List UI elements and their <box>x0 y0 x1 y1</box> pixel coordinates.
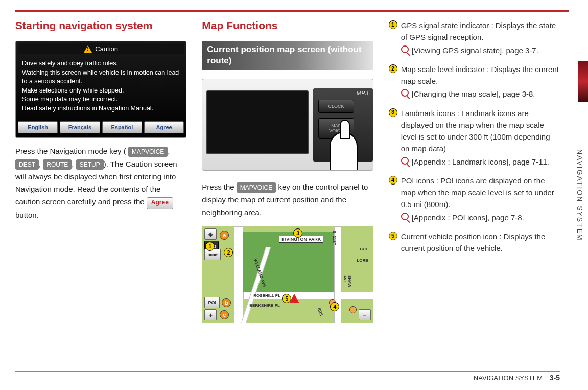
legend-item-3: 3 Landmark icons : Landmark icons are di… <box>389 107 560 168</box>
agree-screen-button[interactable]: Agree <box>144 121 184 133</box>
poi-button[interactable]: POI <box>204 297 220 308</box>
street-rosehill: ROSEHILL PL <box>253 293 280 298</box>
street-shaw: SHAW AVE <box>343 275 352 295</box>
callout-2: 2 <box>224 248 233 257</box>
lang-espanol-button[interactable]: Español <box>102 121 142 133</box>
scale-indicator: 300ft <box>204 249 221 260</box>
legend-num-4: 4 <box>389 176 397 185</box>
street-buf: BUF <box>360 247 368 251</box>
legend-item-4: 4 POI icons : POI icons are displayed on… <box>389 175 560 223</box>
legend-num-5: 5 <box>389 232 397 240</box>
legend-ref-text-2: [Changing the map scale], page 3-8. <box>412 88 535 100</box>
column-starting-navigation: Starting navigation system Caution Drive… <box>15 19 186 367</box>
mapvoice-key: MAPVOICE <box>128 147 168 157</box>
page-body: Starting navigation system Caution Drive… <box>15 19 560 367</box>
heading-map-functions: Map Functions <box>202 19 373 32</box>
mp3-label: MP3 <box>357 90 369 96</box>
column-map-functions: Map Functions Current position map scree… <box>202 19 373 367</box>
street-s21st: S. 21ST <box>332 231 337 245</box>
legend-text-5: Current vehicle position icon : Displays… <box>401 232 546 253</box>
caution-title: Caution <box>95 45 118 53</box>
legend-text-1: GPS signal state indicator : Displays th… <box>401 21 556 41</box>
magnifier-icon <box>401 89 409 97</box>
caution-body-text: Drive safely and obey traffic rules. Wat… <box>18 54 184 120</box>
p1-post: button. <box>15 211 39 219</box>
side-tab: NAVIGATION SYSTEM <box>572 15 588 375</box>
magnifier-icon <box>401 45 409 53</box>
legend-ref-text-3: [Appendix : Landmark icons], page 7-11. <box>412 156 549 168</box>
footer-section: NAVIGATION SYSTEM <box>474 374 543 382</box>
footer-page-number: 3-5 <box>550 374 560 382</box>
legend-item-1: 1 GPS signal state indicator : Displays … <box>389 19 560 56</box>
clock-key[interactable]: CLOCK <box>318 100 354 113</box>
legend-item-5: 5 Current vehicle position icon : Displa… <box>389 231 560 255</box>
top-red-rule <box>15 10 569 12</box>
callout-c: c <box>220 310 229 319</box>
legend-ref-3: [Appendix : Landmark icons], page 7-11. <box>401 156 560 168</box>
heading-starting-navigation: Starting navigation system <box>15 19 186 32</box>
legend-ref-1: [Viewing GPS signal state], page 3-7. <box>401 44 560 56</box>
legend-num-1: 1 <box>389 20 397 29</box>
caution-button-row: English Français Español Agree <box>18 120 184 135</box>
lang-francais-button[interactable]: Français <box>60 121 100 133</box>
poi-icon-2 <box>349 306 357 313</box>
magnifier-icon <box>401 157 409 165</box>
legend-ref-2: [Changing the map scale], page 3-8. <box>401 88 560 100</box>
zoom-out-button[interactable]: － <box>359 309 371 320</box>
agree-inline-button: Agree <box>147 197 173 209</box>
warning-icon <box>84 45 92 53</box>
lang-english-button[interactable]: English <box>18 121 58 133</box>
map-functions-paragraph: Press the MAPVOICE key on the control pa… <box>202 181 373 219</box>
legend-num-2: 2 <box>389 64 397 73</box>
column-legend: 1 GPS signal state indicator : Displays … <box>389 19 560 367</box>
legend-ref-text-1: [Viewing GPS signal state], page 3-7. <box>412 44 538 56</box>
legend-item-2: 2 Map scale level indicator : Displays t… <box>389 63 560 100</box>
legend-ref-4: [Appendix : POI icons], page 7-8. <box>401 212 560 223</box>
legend-text-4: POI icons : POI icons are displayed on t… <box>401 176 554 209</box>
subheading-current-position: Current position map screen (without rou… <box>202 41 373 70</box>
magnifier-icon <box>401 213 409 220</box>
legend-text-3: Landmark icons : Landmark icons are disp… <box>401 109 550 153</box>
route-key: ROUTE <box>43 159 72 170</box>
road-v1 <box>234 226 243 323</box>
street-lore: LORE <box>357 258 368 263</box>
compass-icon[interactable]: ◈ <box>204 228 217 240</box>
device-screen <box>206 90 309 154</box>
mapvoice-key-inline: MAPVOICE <box>237 182 276 193</box>
page-footer: NAVIGATION SYSTEM 3-5 <box>15 371 560 382</box>
p1-pre: Press the Navigation mode key ( <box>15 147 126 155</box>
callout-a: a <box>220 231 229 240</box>
p2-pre: Press the <box>202 182 237 191</box>
caution-header: Caution <box>18 43 184 54</box>
setup-key: SETUP <box>76 159 104 170</box>
legend-num-3: 3 <box>389 108 397 117</box>
side-tab-label: NAVIGATION SYSTEM <box>576 149 584 241</box>
starting-nav-paragraph: Press the Navigation mode key ( MAPVOICE… <box>15 145 186 222</box>
dest-key: DEST <box>15 159 39 170</box>
legend-text-2: Map scale level indicator : Displays the… <box>401 65 559 85</box>
device-photo: MP3 CLOCK MAP VOICE <box>202 79 373 171</box>
street-berkshire: BERKSHIRE PL <box>249 303 280 308</box>
street-ers: ERS <box>317 307 324 317</box>
legend-ref-text-4: [Appendix : POI icons], page 7-8. <box>412 212 524 223</box>
zoom-in-button[interactable]: ＋ <box>204 309 217 320</box>
map-screenshot: IRVINGTON PARK S. 21ST BUF LORE SHAW AVE… <box>202 226 373 323</box>
callout-b: b <box>222 298 231 307</box>
hand-icon <box>330 132 358 171</box>
caution-screenshot: Caution Drive safely and obey traffic ru… <box>15 41 186 138</box>
park-label: IRVINGTON PARK <box>279 236 323 243</box>
